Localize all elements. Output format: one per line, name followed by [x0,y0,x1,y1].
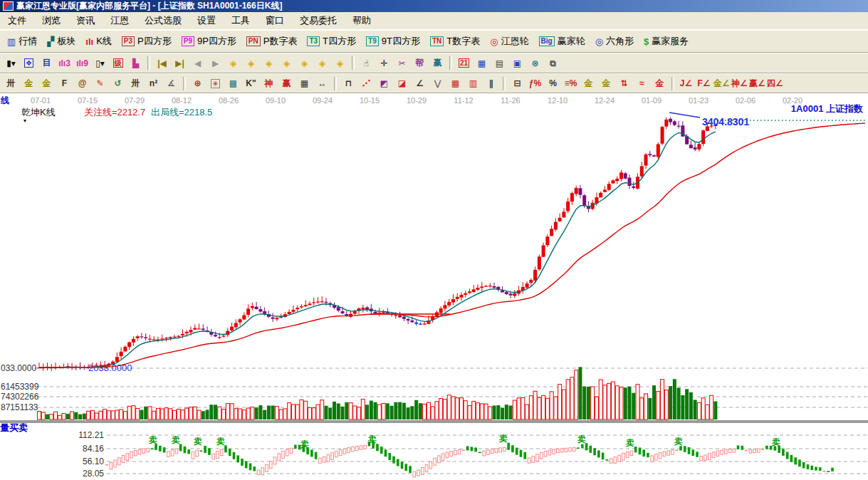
web-globe-icon[interactable]: ⊛ [527,56,543,71]
percent-func-icon[interactable]: ƒ% [527,76,543,91]
svg-text:10-29: 10-29 [407,96,427,105]
toolbar-button-quotes[interactable]: ▥行情 [2,33,42,49]
diamond-left-icon[interactable]: ◈ [225,56,241,71]
wave-box-icon[interactable]: ≈ [634,76,650,91]
toolbar-button-t-square[interactable]: T3T四方形 [302,33,361,49]
menu-item-2[interactable]: 资讯 [68,12,103,29]
zigzag-icon[interactable]: ⋁ [429,76,446,91]
hand-tool-icon[interactable]: ☝ [358,56,375,71]
ying-angle-icon[interactable]: 赢∠ [749,76,765,91]
crosshair-tool-icon[interactable]: ✛ [376,56,392,71]
pattern-box-icon[interactable]: ❖ [21,56,37,71]
toolbar-button-kline[interactable]: ılıK线 [80,33,117,49]
gold-lines-icon[interactable]: 金 [598,76,615,91]
toolbar-button-9t-square[interactable]: T99T四方形 [361,33,425,49]
shen-tool-icon[interactable]: 神 [261,76,277,91]
toolbar-button-sectors[interactable]: ▞板块 [42,33,80,49]
gold-angle-icon[interactable]: 金∠ [713,76,730,91]
angle-tool-icon[interactable]: ∡ [163,76,179,91]
gann-gold-1-icon[interactable]: 金 [21,76,37,91]
fan-lines-icon[interactable]: ⋰ [358,76,375,91]
chart-area[interactable]: 07-0107-1507-2908-1208-2609-1009-2410-15… [0,93,868,480]
menu-item-0[interactable]: 文件 [0,12,34,29]
diamond-right-icon[interactable]: ◈ [243,56,259,71]
winner-tool-icon[interactable]: 赢 [429,56,446,71]
width-measure-icon[interactable]: ↔ [314,76,330,91]
gold-circle-icon[interactable]: 金 [580,76,597,91]
prev-bar-icon[interactable]: ◀ [189,56,206,71]
box-tool-icon[interactable]: ⊓ [340,76,357,91]
help-tool-icon[interactable]: 帮 [412,56,428,71]
gann-circle-icon[interactable]: ⊕ [189,76,206,91]
fan-box-2-icon[interactable]: ◪ [394,76,410,91]
square-of-nine-icon[interactable]: n² [145,76,162,91]
save-disk-icon[interactable]: ▣ [509,56,525,71]
star-grid-icon[interactable]: ✳ [207,76,224,91]
chart-3-icon[interactable]: ılı3 [56,56,73,71]
arc-circle-icon[interactable]: ↺ [110,76,126,91]
diamond-down-icon[interactable]: ◈ [278,56,295,71]
red-grid-1-icon[interactable]: ▦ [447,76,464,91]
svg-text:01-23: 01-23 [689,96,708,105]
menu-item-7[interactable]: 窗口 [258,12,292,29]
notebook-icon[interactable]: ▤ [491,56,508,71]
shen-angle-icon[interactable]: 神∠ [731,76,748,91]
kline-chart-canvas[interactable]: 07-0107-1507-2908-1208-2609-1009-2410-15… [0,93,868,480]
toolbar-button-winner-wheel[interactable]: Big赢家轮 [534,33,590,49]
next-bar-icon[interactable]: ▶ [207,56,224,71]
four-angle-icon[interactable]: 四∠ [767,76,783,91]
web-grid-icon[interactable]: ▩ [225,76,241,91]
ruler-lines-icon[interactable]: 卅 [127,76,144,91]
toolbar-button-p-square[interactable]: P3P四方形 [117,33,177,49]
toolbar-button-gann-wheel[interactable]: ◎江恩轮 [485,33,533,49]
toolbar-button-t-number-table[interactable]: TNT数字表 [425,33,485,49]
toolbar-button-p-number-table[interactable]: PNP数字表 [241,33,303,49]
f-angle-icon[interactable]: F∠ [696,76,712,91]
line-grid-icon[interactable]: 卅 [3,76,19,91]
parallel-lines-icon[interactable]: ∥ [483,76,499,91]
red-grid-2-icon[interactable]: ▥ [465,76,481,91]
cut-tool-icon[interactable]: ✂ [394,56,410,71]
histogram-colors-icon[interactable]: ▙ [127,56,144,71]
candle-style-dropdown-icon[interactable]: ▮▾ [3,56,19,71]
trend-angles-icon[interactable]: ∠ [412,76,428,91]
diamond-h-icon[interactable]: ◈ [332,56,348,71]
toolbar-button-winner-service[interactable]: $赢家服务 [639,33,694,49]
percent-icon[interactable]: % [545,76,561,91]
hollow-candle-dropdown-icon[interactable]: ▯▾ [92,56,108,71]
pencil-icon[interactable]: ✎ [92,76,108,91]
level-box-icon[interactable]: 级 [110,56,126,71]
menu-item-8[interactable]: 交易委托 [292,12,345,29]
calculator-icon[interactable]: ▦ [474,56,490,71]
list-view-icon[interactable]: 目 [38,56,55,71]
measure-icon[interactable]: ⊟ [509,76,525,91]
menu-item-4[interactable]: 公式选股 [137,12,189,29]
calendar-icon[interactable]: 21 [456,56,472,71]
toolbar-button-9p-square[interactable]: P99P四方形 [177,33,241,49]
fibonacci-lines-icon[interactable]: F [56,76,73,91]
menu-item-6[interactable]: 工具 [224,12,258,29]
toolbar-button-hexagon[interactable]: ◎六角形 [590,33,639,49]
menu-item-9[interactable]: 帮助 [345,12,379,29]
menu-item-5[interactable]: 设置 [189,12,224,29]
spiral-icon[interactable]: @ [74,76,90,91]
ying-tool-icon[interactable]: 赢 [278,76,295,91]
diamond-v-icon[interactable]: ◈ [314,56,330,71]
chart-9-icon[interactable]: ılı9 [74,56,90,71]
gold-red-lines-icon[interactable]: 金 [652,76,668,91]
diamond-both-icon[interactable]: ◈ [261,56,277,71]
diamond-up-icon[interactable]: ◈ [296,56,313,71]
menu-item-1[interactable]: 浏览 [34,12,68,29]
j-angle-icon[interactable]: J∠ [678,76,694,91]
updown-marker-icon[interactable]: ⇅ [616,76,632,91]
last-bar-icon[interactable]: ▶| [172,56,188,71]
percent-lines-icon[interactable]: ≡% [563,76,579,91]
printer-icon[interactable]: ⧉ [545,56,561,71]
k-notation-icon[interactable]: K" [243,76,259,91]
first-bar-icon[interactable]: |◀ [154,56,170,71]
grid-123-icon[interactable]: ▦ [296,76,313,91]
fan-box-1-icon[interactable]: ◩ [376,76,392,91]
gann-gold-2-icon[interactable]: 金 [38,76,55,91]
menu-item-3[interactable]: 江恩 [103,12,137,29]
svg-text:关注线=2212.7: 关注线=2212.7 [84,107,145,118]
